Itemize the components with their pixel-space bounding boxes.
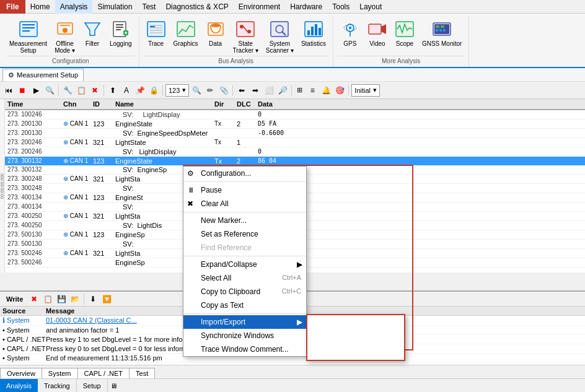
graphics-label: Graphics <box>174 40 198 47</box>
ctx-copy-text[interactable]: Copy as Text <box>183 298 306 312</box>
trace-btn[interactable]: Trace <box>143 17 169 49</box>
toolbar-btn-7[interactable]: ✖ <box>89 84 101 97</box>
table-row[interactable]: 273. 100246 SV: LightDisplay 0 <box>5 110 585 120</box>
environment-menu[interactable]: Environment <box>234 0 285 14</box>
toolbar-btn-10[interactable]: 📌 <box>134 84 146 97</box>
toolbar-btn-4[interactable]: 🔍 <box>43 84 56 97</box>
toolbar-btn-6[interactable]: 📋 <box>75 84 87 97</box>
row-chn <box>63 185 93 192</box>
filter-btn[interactable]: Filter <box>79 17 105 49</box>
video-btn[interactable]: Video <box>364 17 390 49</box>
filter-dropdown[interactable]: 123 ▾ <box>165 84 189 97</box>
toolbar-btn-5[interactable]: 🔧 <box>61 84 74 97</box>
toolbar-btn-2[interactable]: ⏹ <box>16 84 29 97</box>
write-filter-btn[interactable]: 🔽 <box>100 293 113 305</box>
row-dir <box>214 148 237 155</box>
graphics-btn[interactable]: Graphics <box>170 17 201 49</box>
table-row[interactable]: 273. 200130 SV: EngineSpeedDspMeter -0.6… <box>5 129 585 138</box>
simulation-menu[interactable]: Simulation <box>92 0 137 14</box>
analysis-menu[interactable]: Analysis <box>55 0 93 14</box>
ctx-new-marker[interactable]: New Marker... <box>183 214 306 227</box>
ctx-sync-windows[interactable]: Synchronize Windows <box>183 329 306 342</box>
toolbar-btn-21[interactable]: 🔔 <box>320 84 332 97</box>
system-scanner-btn[interactable]: SystemScanner ▾ <box>263 17 297 56</box>
toolbar-btn-12[interactable]: 🔍 <box>190 84 203 97</box>
row-name: EngineState <box>115 120 214 128</box>
toolbar-btn-17[interactable]: ⬜ <box>263 84 275 97</box>
row-chn <box>63 111 93 118</box>
tools-menu[interactable]: Tools <box>327 0 354 14</box>
measurement-setup-icon <box>19 19 38 39</box>
ctx-import-export[interactable]: Import/Export ▶ Import... Export... Expo… <box>183 315 306 329</box>
write-scroll-btn[interactable]: ⬇ <box>87 293 99 305</box>
toolbar-btn-15[interactable]: ⬅ <box>235 84 248 97</box>
initial-dropdown[interactable]: Initial ▾ <box>351 84 380 97</box>
toolbar-btn-11[interactable]: 🔒 <box>147 84 160 97</box>
tab-overview[interactable]: Overview <box>0 368 42 378</box>
offline-mode-btn[interactable]: OfflineMode ▾ <box>51 17 78 56</box>
row-name: LightState <box>115 139 214 146</box>
toolbar-btn-18[interactable]: 🔎 <box>276 84 289 97</box>
ctx-select-all-shortcut: Ctrl+A <box>282 274 301 281</box>
logging-btn[interactable]: Logging <box>107 17 135 49</box>
tab-test[interactable]: Test <box>130 368 155 378</box>
toolbar-btn-19[interactable]: ⊞ <box>294 86 305 94</box>
write-open-btn[interactable]: 📂 <box>69 293 81 305</box>
tab-capl-net[interactable]: CAPL / .NET <box>78 368 130 378</box>
status-icon-btn[interactable]: 🖥 <box>110 382 117 390</box>
toolbar-btn-22[interactable]: 🎯 <box>333 84 346 97</box>
svg-rect-31 <box>311 27 314 35</box>
table-row[interactable]: 273. 200130 ⊕ CAN 1 123 EngineState Tx 2… <box>5 120 585 129</box>
home-menu[interactable]: Home <box>25 0 55 14</box>
toolbar-btn-1[interactable]: ⏮ <box>2 84 15 97</box>
table-row-selected[interactable]: 273. 300132 ⊕ CAN 1 123 EngineState Tx 2… <box>5 157 585 165</box>
table-row[interactable]: 273. 200246 ⊕ CAN 1 321 LightState Tx 1 <box>5 138 585 147</box>
toolbar-btn-3[interactable]: ▶ <box>30 84 42 97</box>
svg-marker-7 <box>85 23 100 35</box>
toolbar-btn-14[interactable]: 📎 <box>218 84 230 97</box>
layout-menu[interactable]: Layout <box>354 0 387 14</box>
sub-import[interactable]: Import... <box>307 315 404 330</box>
statistics-btn[interactable]: Statistics <box>298 17 329 49</box>
diagnostics-menu[interactable]: Diagnostics & XCP <box>161 0 233 14</box>
row-time: 273. 500246 <box>7 250 63 257</box>
write-save-btn[interactable]: 💾 <box>55 293 68 305</box>
status-tab-setup[interactable]: Setup <box>77 379 108 393</box>
ctx-trace-comment[interactable]: Trace Window Comment... <box>183 342 306 356</box>
status-tab-tracking[interactable]: Tracking <box>38 379 77 393</box>
write-clear-btn[interactable]: ✖ <box>28 293 40 305</box>
data-btn[interactable]: Data <box>203 17 229 49</box>
row-time: 273. 400134 <box>7 194 63 201</box>
ctx-set-reference[interactable]: Set as Reference <box>183 227 306 241</box>
ctx-clear-all[interactable]: ✖ Clear All <box>183 197 306 211</box>
gnss-monitor-btn[interactable]: GNSS Monitor <box>419 17 465 49</box>
ctx-configuration[interactable]: ⚙ Configuration... <box>183 167 306 180</box>
scope-btn[interactable]: Scope <box>392 17 418 49</box>
table-row[interactable]: 273. 200246 SV: LightDisplay 0 <box>5 147 585 157</box>
write-copy-btn[interactable]: 📋 <box>42 293 54 305</box>
measurement-setup-label: MeasurementSetup <box>9 40 47 54</box>
side-time-text: 00:00:00.000 <box>0 173 4 199</box>
toolbar-btn-9[interactable]: A <box>120 84 133 97</box>
ctx-select-all[interactable]: Select All Ctrl+A <box>183 271 306 285</box>
sub-export[interactable]: Export... <box>307 330 404 345</box>
ribbon-group-more-analysis: GPS Video Scope <box>333 16 469 67</box>
ctx-expand-collapse[interactable]: Expand/Collapse ▶ <box>183 258 306 271</box>
state-tracker-btn[interactable]: StateTracker ▾ <box>230 17 262 56</box>
status-tab-analysis[interactable]: Analysis <box>0 379 38 393</box>
hardware-menu[interactable]: Hardware <box>285 0 327 14</box>
toolbar-btn-20[interactable]: ≡ <box>306 84 319 97</box>
ctx-pause[interactable]: ⏸ Pause <box>183 183 306 197</box>
sub-export-selection[interactable]: Export Selection... <box>307 345 404 360</box>
file-menu[interactable]: File <box>0 0 25 14</box>
toolbar-btn-8[interactable]: ⬆ <box>107 84 119 97</box>
toolbar-btn-13[interactable]: ✏ <box>204 84 216 97</box>
tab-system[interactable]: System <box>42 368 78 378</box>
toolbar-btn-16[interactable]: ➡ <box>249 84 262 97</box>
test-menu[interactable]: Test <box>137 0 161 14</box>
gps-btn[interactable]: GPS <box>337 17 363 49</box>
row-dlc: 1 <box>237 139 258 146</box>
measurement-setup-btn[interactable]: MeasurementSetup <box>6 17 50 56</box>
measurement-setup-tab[interactable]: ⚙ Measurement Setup <box>2 69 84 81</box>
ctx-copy-clipboard[interactable]: Copy to Clipboard Ctrl+C <box>183 285 306 298</box>
